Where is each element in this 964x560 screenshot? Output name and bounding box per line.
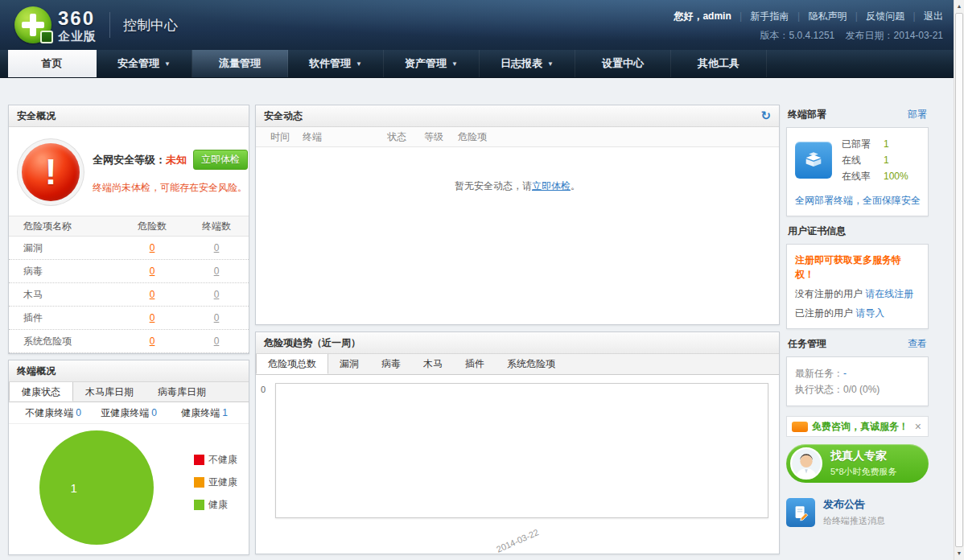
chevron-down-icon: ▼ <box>356 60 362 68</box>
deploy-box: 已部署1 在线1 在线率100% 全网部署终端，全面保障安全 <box>786 127 929 216</box>
tab-plugin[interactable]: 插件 <box>454 354 496 374</box>
unhealthy-value: 0 <box>76 407 81 418</box>
page-scrollbar[interactable]: ▲ ▼ <box>954 0 964 560</box>
logo-enterprise: 企业版 <box>58 30 97 42</box>
terminal-count-link[interactable]: 0 <box>214 336 220 347</box>
tab-virus[interactable]: 病毒 <box>370 354 412 374</box>
consult-banner: 免费咨询，真诚服务！ × <box>786 416 929 437</box>
col-status: 状态 <box>387 130 424 144</box>
risk-table: 危险项名称 危险数 终端数 漏洞 0 0 病毒 0 0 <box>9 216 249 377</box>
col-level: 等级 <box>424 130 458 144</box>
tab-home-label: 首页 <box>42 56 63 71</box>
tasks-view-link[interactable]: 查看 <box>908 337 927 351</box>
exec-status-value: 0/0 (0%) <box>843 384 880 395</box>
chevron-down-icon: ▼ <box>164 60 171 68</box>
content-area: 安全概况 ! 全网安全等级： 未知 立即体检 终端尚未体检，可能存在安全风险。 <box>8 105 929 555</box>
main-nav: 首页 安全管理 ▼ 流量管理 软件管理 ▼ 资产管理 ▼ 日志报表 ▼ 设置中心… <box>0 50 964 78</box>
terminal-overview-title: 终端概况 <box>17 360 56 381</box>
subhealthy-label: 亚健康终端 <box>101 407 149 418</box>
announcement-title: 发布公告 <box>823 497 885 512</box>
separator: | <box>797 10 800 22</box>
tab-log-reports[interactable]: 日志报表 ▼ <box>480 50 575 77</box>
version-label: 版本：5.0.4.1251 <box>760 30 835 41</box>
y-axis-tick: 0 <box>261 385 266 394</box>
risk-count-link[interactable]: 0 <box>150 336 155 347</box>
link-privacy[interactable]: 隐私声明 <box>808 10 847 22</box>
healthy-label: 健康终端 <box>181 407 220 418</box>
check-now-button[interactable]: 立即体检 <box>193 150 248 170</box>
consult-banner-text: 免费咨询，真诚服务！ <box>812 420 913 434</box>
brand-divider <box>109 12 110 38</box>
latest-task-value: - <box>843 368 847 379</box>
deploy-action-link[interactable]: 部署 <box>908 108 927 121</box>
register-online-link[interactable]: 请在线注册 <box>865 288 913 299</box>
tab-other-tools[interactable]: 其他工具 <box>671 50 767 77</box>
link-guide[interactable]: 新手指南 <box>751 10 789 22</box>
check-now-link[interactable]: 立即体检 <box>532 180 571 191</box>
health-stats: 不健康终端0 亚健康终端0 健康终端1 <box>9 402 249 424</box>
security-overview-panel: 安全概况 ! 全网安全等级： 未知 立即体检 终端尚未体检，可能存在安全风险。 <box>8 105 249 354</box>
security-feed-panel: 安全动态 ↻ 时间 终端 状态 等级 危险项 暂无安全动态，请立即体检。 <box>255 105 780 325</box>
link-feedback[interactable]: 反馈问题 <box>866 10 904 22</box>
x-axis-tick: 2014-03-22 <box>495 527 540 554</box>
expert-service-button[interactable]: 找真人专家 5*8小时免费服务 <box>786 444 929 483</box>
risk-count-link[interactable]: 0 <box>150 266 155 277</box>
terminal-count-link[interactable]: 0 <box>214 289 220 300</box>
online-rate-label: 在线率 <box>842 168 884 184</box>
scroll-down-arrow-icon[interactable]: ▼ <box>954 548 964 559</box>
security-level-value: 未知 <box>166 153 187 167</box>
table-row: 系统危险项 0 0 <box>9 330 249 353</box>
tab-security-mgmt[interactable]: 安全管理 ▼ <box>97 50 192 77</box>
tab-software-label: 软件管理 <box>309 56 351 71</box>
import-cert-link[interactable]: 请导入 <box>855 307 884 319</box>
unregistered-label: 没有注册的用户 <box>795 288 863 299</box>
terminal-count-link[interactable]: 0 <box>214 266 220 277</box>
warning-orb-icon: ! <box>22 143 80 201</box>
exec-status-label: 执行状态： <box>795 384 843 395</box>
announcement-subtitle: 给终端推送消息 <box>823 515 885 527</box>
table-row: 漏洞 0 0 <box>9 237 249 260</box>
logo-360: 360 <box>58 9 97 28</box>
risk-count-link[interactable]: 0 <box>150 289 155 300</box>
tasks-box: 最新任务：- 执行状态：0/0 (0%) <box>786 356 929 406</box>
certificate-title: 用户证书信息 <box>788 224 846 238</box>
risk-name: 插件 <box>9 311 120 325</box>
tab-vulnerability[interactable]: 漏洞 <box>328 354 370 374</box>
deployed-value: 1 <box>884 136 889 152</box>
tab-software-mgmt[interactable]: 软件管理 ▼ <box>288 50 384 77</box>
tab-settings-label: 设置中心 <box>602 56 644 71</box>
brand: 360 企业版 控制中心 <box>14 6 178 43</box>
tab-assets-mgmt[interactable]: 资产管理 ▼ <box>384 50 480 77</box>
risk-trend-title: 危险项趋势（近一周） <box>264 332 360 353</box>
tab-system-risk[interactable]: 系统危险项 <box>496 354 566 374</box>
risk-name: 木马 <box>9 288 120 302</box>
tab-settings-center[interactable]: 设置中心 <box>575 50 671 77</box>
tab-virus-db-date[interactable]: 病毒库日期 <box>146 382 218 401</box>
publish-announcement-button[interactable]: 发布公告 给终端推送消息 <box>786 497 929 527</box>
risk-count-link[interactable]: 0 <box>150 312 155 323</box>
tab-health-status[interactable]: 健康状态 <box>9 382 73 401</box>
legend-swatch-healthy <box>194 500 204 510</box>
logo-text: 360 企业版 <box>58 9 97 42</box>
tab-risk-total[interactable]: 危险项总数 <box>256 354 328 374</box>
tab-home[interactable]: 首页 <box>8 50 97 77</box>
risk-trend-panel: 危险项趋势（近一周） 危险项总数 漏洞 病毒 木马 插件 系统危险项 0 201… <box>255 331 780 554</box>
terminal-overview-panel: 终端概况 健康状态 木马库日期 病毒库日期 不健康终端0 亚健康终端0 健康终端… <box>8 360 249 555</box>
scroll-up-arrow-icon[interactable]: ▲ <box>954 1 964 12</box>
terminal-count-link[interactable]: 0 <box>214 312 220 323</box>
tab-traffic-mgmt[interactable]: 流量管理 <box>192 50 288 77</box>
risk-count-link[interactable]: 0 <box>150 242 155 253</box>
deploy-all-link[interactable]: 全网部署终端，全面保障安全 <box>795 194 921 208</box>
tab-trojan[interactable]: 木马 <box>412 354 454 374</box>
refresh-icon[interactable]: ↻ <box>760 105 771 126</box>
subhealthy-value: 0 <box>151 407 157 418</box>
close-icon[interactable]: × <box>913 420 923 433</box>
tab-trojan-db-date[interactable]: 木马库日期 <box>73 382 146 401</box>
tab-security-label: 安全管理 <box>117 56 159 71</box>
tab-logs-label: 日志报表 <box>501 56 542 71</box>
terminal-count-link[interactable]: 0 <box>214 242 220 253</box>
link-logout[interactable]: 退出 <box>924 10 943 22</box>
latest-task-label: 最新任务： <box>795 368 843 379</box>
tab-assets-label: 资产管理 <box>405 56 447 71</box>
scrollbar-thumb[interactable] <box>955 13 963 547</box>
